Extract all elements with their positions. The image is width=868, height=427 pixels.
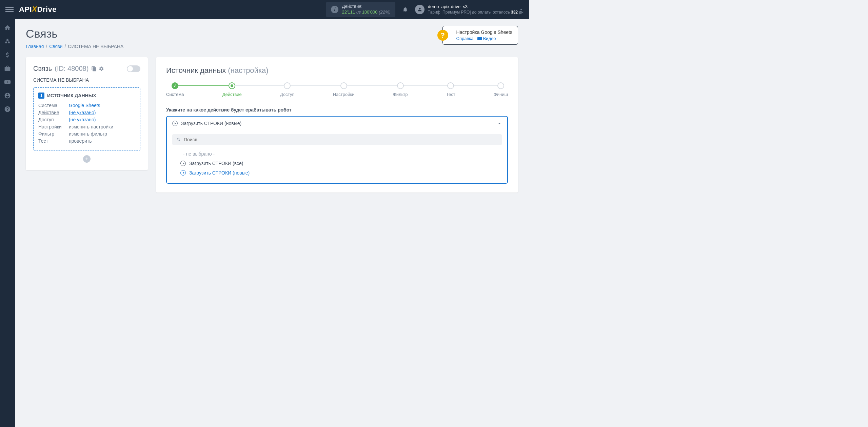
help-box: ? Настройка Google Sheets Справка Видео [442,26,518,45]
step-filter[interactable]: Фильтр [393,82,408,97]
row-filter-v[interactable]: изменить фильтр [69,131,107,137]
help-icon[interactable] [4,106,11,113]
user-tariff: Тариф |Премиум PRO| до оплаты осталось 3… [428,10,524,15]
source-box-title: 1 ИСТОЧНИК ДАННЫХ [38,93,135,99]
play-icon [180,161,186,166]
video-icon [477,37,482,40]
copy-icon[interactable] [91,66,97,72]
dropdown-selected-text: Загрузить СТРОКИ (новые) [181,121,241,126]
chevron-up-icon [497,121,502,126]
content-row: Связь (ID: 48008) СИСТЕМА НЕ ВЫБРАНА 1 И… [26,57,518,192]
source-box: 1 ИСТОЧНИК ДАННЫХ СистемаGoogle Sheets Д… [33,87,140,150]
question-icon[interactable]: ? [437,30,448,41]
logo-post: Drive [37,5,57,14]
step-action[interactable]: Действие [222,82,242,97]
left-card-title: Связь (ID: 48008) [33,65,140,73]
step-system[interactable]: Система [166,82,184,97]
help-ref-link[interactable]: Справка [456,36,474,41]
briefcase-icon[interactable] [4,65,11,72]
help-video-link[interactable]: Видео [483,36,496,41]
row-system-v[interactable]: Google Sheets [69,103,100,108]
step-access[interactable]: Доступ [280,82,294,97]
right-card: Источник данных (настройка) Система Дейс… [156,57,518,192]
option-new[interactable]: Загрузить СТРОКИ (новые) [172,168,502,178]
breadcrumb-current: СИСТЕМА НЕ ВЫБРАНА [68,44,123,49]
actions-total: 100'000 [362,9,378,15]
left-title: Связь [33,65,52,73]
row-settings-k: Настройки [38,124,69,129]
option-none[interactable]: - не выбрано - [172,149,502,159]
num-badge: 1 [38,93,44,99]
left-id: (ID: 48008) [55,65,88,73]
actions-badge[interactable]: i Действия: 22'111 из 100'000 (22%) [326,2,395,17]
row-access-v[interactable]: (не указано) [69,117,96,122]
right-title: Источник данных (настройка) [166,66,508,75]
row-settings-v[interactable]: изменить настройки [69,124,113,129]
chevron-down-icon[interactable] [519,7,524,12]
toggle[interactable] [127,65,140,72]
breadcrumb-home[interactable]: Главная [26,44,44,49]
row-test-k: Тест [38,138,69,144]
add-button[interactable]: + [83,155,91,163]
avatar [415,5,425,14]
gear-icon[interactable] [99,66,104,72]
search-input[interactable] [184,137,498,142]
row-access-k: Доступ [38,117,69,122]
actions-label: Действия: [342,4,390,9]
left-card: Связь (ID: 48008) СИСТЕМА НЕ ВЫБРАНА 1 И… [26,57,148,170]
left-subtitle: СИСТЕМА НЕ ВЫБРАНА [33,77,140,83]
logo-x: X [32,5,37,13]
home-icon[interactable] [4,24,11,31]
field-label: Укажите на какое действие будет срабатыв… [166,107,508,113]
row-filter-k: Фильтр [38,131,69,137]
right-title-sub: (настройка) [228,66,268,75]
row-test-v[interactable]: проверить [69,138,92,144]
user-name: demo_apix-drive_s3 [428,4,524,10]
dollar-icon[interactable] [4,52,11,58]
actions-text: Действия: 22'111 из 100'000 (22%) [342,4,390,15]
main: Связь Главная/Связи/СИСТЕМА НЕ ВЫБРАНА ?… [15,19,529,201]
row-action-k: Действие [38,110,69,115]
option-all[interactable]: Загрузить СТРОКИ (все) [172,159,502,168]
topbar: APIXDrive i Действия: 22'111 из 100'000 … [0,0,529,19]
stepper: Система Действие Доступ Настройки Фильтр… [166,82,508,97]
actions-used: 22'111 [342,9,355,15]
right-title-main: Источник данных [166,66,226,75]
source-label: ИСТОЧНИК ДАННЫХ [47,93,96,98]
info-icon: i [331,6,338,13]
search-icon [176,137,181,142]
logo[interactable]: APIXDrive [19,5,57,14]
dropdown-selected[interactable]: Загрузить СТРОКИ (новые) [167,117,507,130]
step-finish[interactable]: Финиш [494,82,508,97]
user-text: demo_apix-drive_s3 Тариф |Премиум PRO| д… [428,4,524,15]
sitemap-icon[interactable] [4,38,11,45]
help-title: Настройка Google Sheets [456,29,512,35]
actions-sep: из [356,9,361,15]
row-action-v[interactable]: (не указано) [69,110,96,115]
topbar-right: i Действия: 22'111 из 100'000 (22%) demo… [326,2,524,17]
play-icon [180,170,186,176]
step-test[interactable]: Тест [446,82,455,97]
bell-icon[interactable] [402,6,408,13]
menu-button[interactable] [5,5,14,14]
dropdown-search [172,134,502,145]
logo-pre: API [19,5,32,14]
youtube-icon[interactable] [4,79,11,85]
actions-pct: (22%) [379,9,391,15]
breadcrumb-links[interactable]: Связи [49,44,62,49]
action-dropdown: Загрузить СТРОКИ (новые) - не выбрано - … [166,116,508,184]
user-block[interactable]: demo_apix-drive_s3 Тариф |Премиум PRO| д… [415,4,524,15]
dropdown-body: - не выбрано - Загрузить СТРОКИ (все) За… [167,130,507,183]
step-settings[interactable]: Настройки [333,82,355,97]
play-icon [172,121,178,126]
row-system-k: Система [38,103,69,108]
user-icon[interactable] [4,92,11,99]
sidebar [0,19,15,271]
